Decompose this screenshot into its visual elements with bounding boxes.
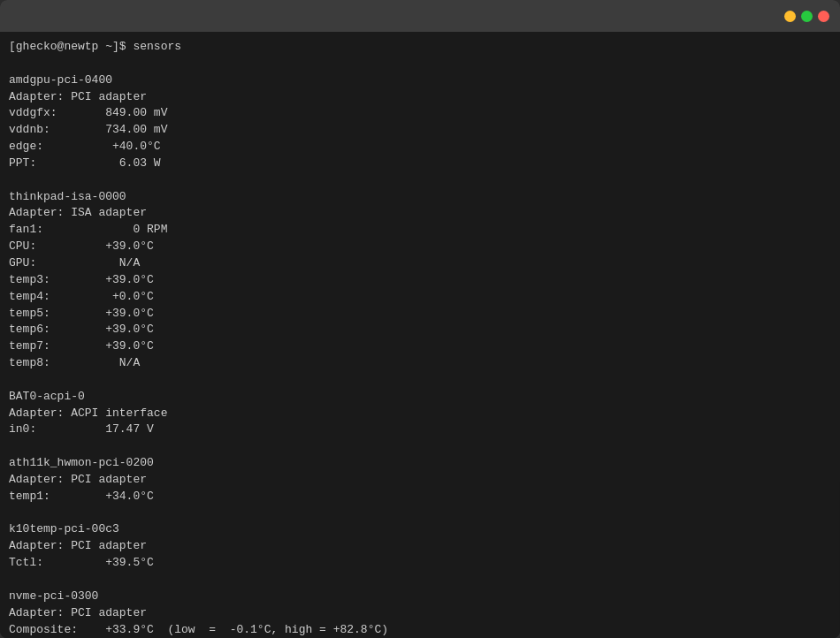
terminal-line: Adapter: PCI adapter [9, 605, 831, 622]
maximize-button[interactable] [801, 11, 813, 22]
window-controls [784, 11, 829, 22]
terminal-line: ath11k_hwmon-pci-0200 [9, 455, 831, 472]
terminal-line: edge: +40.0°C [9, 139, 831, 156]
terminal-line: vddnb: 734.00 mV [9, 122, 831, 139]
terminal-line [9, 56, 831, 72]
terminal-line: temp4: +0.0°C [9, 289, 831, 306]
terminal-line: Tctl: +39.5°C [9, 555, 831, 572]
minimize-button[interactable] [784, 11, 796, 22]
terminal-line [9, 505, 831, 522]
terminal-line: vddgfx: 849.00 mV [9, 105, 831, 122]
terminal-line: thinkpad-isa-0000 [9, 189, 831, 206]
close-button[interactable] [818, 11, 829, 22]
terminal-line: nvme-pci-0300 [9, 589, 831, 605]
terminal-line: amdgpu-pci-0400 [9, 72, 831, 89]
terminal-line: Adapter: ISA adapter [9, 205, 831, 222]
terminal-line: Adapter: PCI adapter [9, 472, 831, 489]
terminal-line [9, 438, 831, 455]
terminal-line: temp5: +39.0°C [9, 306, 831, 323]
terminal-line: k10temp-pci-00c3 [9, 521, 831, 538]
titlebar [0, 0, 840, 32]
terminal-line: BAT0-acpi-0 [9, 389, 831, 406]
terminal-line: temp3: +39.0°C [9, 272, 831, 289]
prompt-line: [ghecko@newtp ~]$ sensors [9, 39, 831, 56]
terminal-line [9, 372, 831, 389]
terminal-line: Adapter: PCI adapter [9, 89, 831, 106]
terminal-line: Composite: +33.9°C (low = -0.1°C, high =… [9, 622, 831, 638]
terminal-line: in0: 17.47 V [9, 422, 831, 438]
terminal-line: temp8: N/A [9, 355, 831, 372]
terminal-line: Adapter: PCI adapter [9, 538, 831, 555]
terminal-line [9, 572, 831, 589]
terminal-line: temp7: +39.0°C [9, 338, 831, 355]
terminal-line: PPT: 6.03 W [9, 156, 831, 172]
terminal-line [9, 172, 831, 189]
terminal-line: fan1: 0 RPM [9, 222, 831, 239]
terminal-line: temp6: +39.0°C [9, 322, 831, 338]
terminal-line: GPU: N/A [9, 255, 831, 272]
terminal-line: temp1: +34.0°C [9, 489, 831, 505]
terminal-line: Adapter: ACPI interface [9, 406, 831, 422]
terminal-line: CPU: +39.0°C [9, 239, 831, 255]
terminal-output[interactable]: [ghecko@newtp ~]$ sensors amdgpu-pci-040… [0, 32, 840, 638]
terminal-window: [ghecko@newtp ~]$ sensors amdgpu-pci-040… [0, 0, 840, 638]
